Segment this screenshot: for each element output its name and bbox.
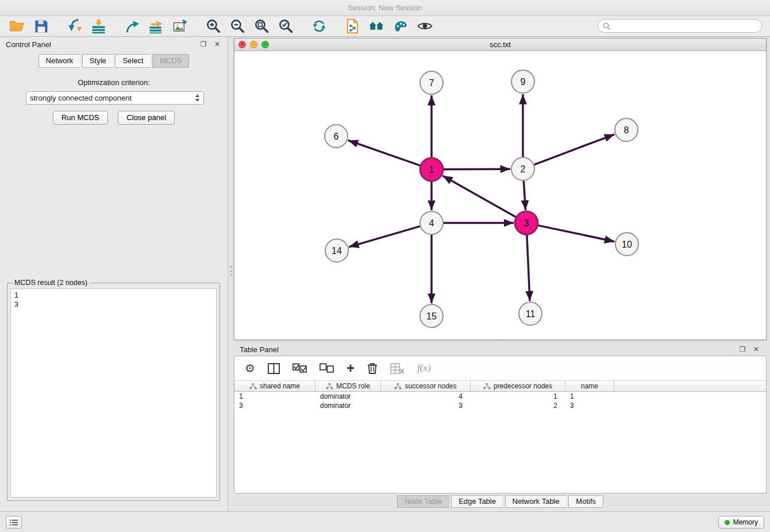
columns-icon [268,363,280,374]
cell-successor-nodes[interactable]: 4 [381,392,471,401]
home-button[interactable] [364,17,388,36]
delete-table-button[interactable] [390,363,405,374]
window-minimize-icon[interactable]: − [250,41,257,48]
network-from-file-button[interactable] [340,17,364,36]
edge-2-3[interactable] [523,181,525,210]
select-all-columns-button[interactable] [292,363,307,373]
network-window-title: scc.txt [490,40,511,49]
tab-network-table[interactable]: Network Table [505,495,567,508]
graph-node-6[interactable]: 6 [325,125,348,148]
cell-shared-name[interactable]: 1 [234,392,315,401]
control-panel-close-button[interactable]: ✕ [213,40,222,49]
edge-3-11[interactable] [527,235,530,301]
tab-network[interactable]: Network [38,54,80,68]
apply-style-button[interactable] [388,17,413,36]
cell-shared-name[interactable]: 3 [234,401,315,410]
edge-3-1[interactable] [442,176,516,217]
delete-column-button[interactable] [367,362,378,375]
table-panel-float-button[interactable]: ❐ [738,345,747,354]
graph-node-4[interactable]: 4 [420,211,443,234]
open-session-button[interactable] [5,17,29,36]
memory-button[interactable]: Memory [718,516,764,529]
cell-mcds-role[interactable]: dominator [315,392,381,401]
export-network-button[interactable] [120,17,144,36]
table-delete-icon [390,363,405,374]
table-panel-content: ⚙ + f(x) shared name [234,356,767,494]
table-toolbar: ⚙ + f(x) [234,356,766,380]
memory-label: Memory [733,518,758,526]
graph-node-1[interactable]: 1 [420,158,443,181]
zoom-out-button[interactable] [225,17,249,36]
window-zoom-icon[interactable]: + [261,41,269,48]
table-panel-close-button[interactable]: ✕ [752,345,761,354]
window-resize-handle[interactable] [494,338,505,341]
cell-predecessor-nodes[interactable]: 2 [471,401,565,410]
function-builder-button[interactable]: f(x) [417,363,431,374]
show-columns-button[interactable] [268,363,280,374]
tab-select[interactable]: Select [115,54,150,68]
search-input[interactable] [610,20,761,32]
cell-predecessor-nodes[interactable]: 1 [471,392,565,401]
table-row[interactable]: 3 dominator 3 2 3 [234,401,766,410]
column-header-mcds-role[interactable]: MCDS role [315,381,381,391]
panel-splitter[interactable] [229,261,233,281]
export-image-button[interactable] [168,17,192,36]
open-folder-icon [9,18,25,34]
search-box[interactable] [598,19,762,33]
zoom-selected-button[interactable] [274,17,298,36]
cell-successor-nodes[interactable]: 3 [381,401,471,410]
run-mcds-button[interactable]: Run MCDS [53,111,108,125]
tab-style[interactable]: Style [82,54,113,68]
cell-name[interactable]: 1 [565,392,614,401]
unselect-all-columns-button[interactable] [319,363,334,373]
svg-text:11: 11 [526,309,536,319]
graph-node-2[interactable]: 2 [511,157,534,180]
import-table-button[interactable] [86,17,110,36]
column-label: MCDS role [336,382,370,390]
cell-mcds-role[interactable]: dominator [315,401,381,410]
column-header-shared-name[interactable]: shared name [234,381,315,391]
graph-node-8[interactable]: 8 [615,118,638,141]
control-panel-float-button[interactable]: ❐ [199,40,208,49]
tab-mcds[interactable]: MCDS [152,54,189,68]
export-table-button[interactable] [144,17,168,36]
graph-node-7[interactable]: 7 [420,71,443,94]
edge-1-2[interactable] [444,169,510,169]
show-hide-button[interactable] [413,17,437,36]
task-history-button[interactable] [6,516,22,529]
column-header-successor-nodes[interactable]: successor nodes [381,381,471,391]
svg-text:3: 3 [524,218,529,228]
zoom-fit-button[interactable] [249,17,274,36]
graph-node-3[interactable]: 3 [515,211,538,234]
graph-node-15[interactable]: 15 [420,304,443,327]
table-row[interactable]: 1 dominator 4 1 1 [234,392,766,401]
edge-1-6[interactable] [348,140,420,165]
window-close-icon[interactable]: ✕ [238,41,246,48]
import-network-button[interactable] [62,17,86,36]
graph-node-9[interactable]: 9 [511,70,534,93]
cell-name[interactable]: 3 [565,401,614,410]
edge-3-10[interactable] [538,225,615,241]
tab-edge-table[interactable]: Edge Table [451,495,503,508]
network-window-titlebar[interactable]: ✕ − + scc.txt [234,38,766,51]
criterion-select[interactable]: strongly connected component [26,91,204,105]
network-graph[interactable]: 7968124314101511 [234,52,766,340]
graph-node-11[interactable]: 11 [519,302,542,325]
column-header-name[interactable]: name [565,381,614,391]
edge-2-8[interactable] [534,134,615,165]
create-column-button[interactable]: + [346,363,355,374]
save-session-button[interactable] [29,17,53,36]
network-canvas[interactable]: 7968124314101511 [234,52,766,340]
edge-4-14[interactable] [349,226,420,247]
mcds-buttons-row: Run MCDS Close panel [0,111,228,125]
column-header-predecessor-nodes[interactable]: predecessor nodes [471,381,565,391]
tab-motifs[interactable]: Motifs [568,495,603,508]
tab-node-table[interactable]: Node Table [397,495,449,508]
zoom-in-button[interactable] [201,17,225,36]
close-panel-button[interactable]: Close panel [118,111,175,125]
graph-node-10[interactable]: 10 [615,233,638,256]
mcds-result-text[interactable]: 1 3 [10,288,217,498]
refresh-button[interactable] [307,17,331,36]
table-settings-button[interactable]: ⚙ [245,361,255,375]
graph-node-14[interactable]: 14 [325,239,348,262]
